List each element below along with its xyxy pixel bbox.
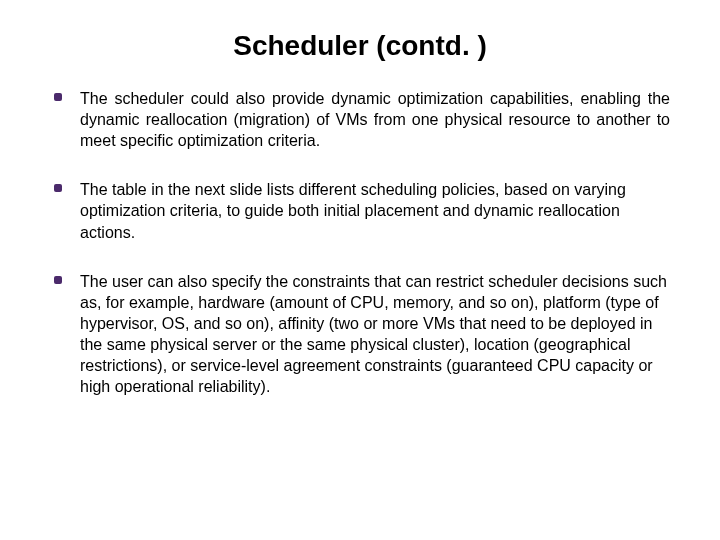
slide: Scheduler (contd. ) The scheduler could … [0, 0, 720, 540]
bullet-item: The user can also specify the constraint… [50, 271, 670, 398]
slide-title: Scheduler (contd. ) [50, 30, 670, 62]
bullet-item: The scheduler could also provide dynamic… [50, 88, 670, 151]
bullet-item: The table in the next slide lists differ… [50, 179, 670, 242]
bullet-list: The scheduler could also provide dynamic… [50, 88, 670, 397]
